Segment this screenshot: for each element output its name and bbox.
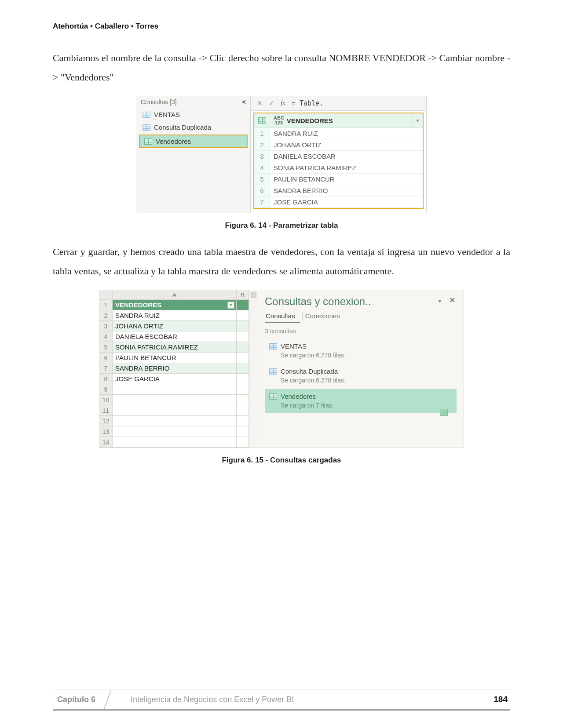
- query-entry[interactable]: VENTASSe cargaron 6.278 filas.: [265, 339, 457, 363]
- formula-bar[interactable]: ✕ ✓ fx = Table.: [251, 96, 426, 111]
- table-row[interactable]: 2JOHANA ORTIZ: [254, 139, 423, 151]
- table-row[interactable]: 11: [99, 405, 249, 416]
- cell-value: SONIA PATRICIA RAMIREZ: [113, 342, 237, 353]
- table-row[interactable]: 14: [99, 437, 249, 448]
- table-row[interactable]: 5PAULIN BETANCUR: [254, 174, 423, 185]
- pane-tabs: Consultas Conexiones: [265, 311, 457, 323]
- cell-value: JOHANA ORTIZ: [270, 139, 423, 151]
- cell-empty: [237, 416, 249, 426]
- datatype-icon[interactable]: ABC 123: [274, 116, 284, 125]
- table-icon: [269, 343, 277, 349]
- cell-value: [113, 405, 237, 416]
- pane-title: Consultas y conexion..: [265, 295, 457, 308]
- figure-power-query: Consultas [3] < VENTASConsulta Duplicada…: [136, 96, 427, 213]
- row-number: 6: [99, 353, 113, 363]
- pane-dropdown-icon[interactable]: ▼: [437, 298, 442, 304]
- cell-value: JOHANA ORTIZ: [113, 321, 237, 331]
- cell-value: DANIELA ESCOBAR: [113, 331, 237, 342]
- row-number: 7: [99, 363, 113, 374]
- cancel-icon[interactable]: ✕: [257, 99, 263, 107]
- paragraph-2: Cerrar y guardar, y hemos creado una tab…: [53, 242, 510, 281]
- data-area: ABC 123 VENDEDORES ▼ 1SANDRA RUIZ2JOHANA…: [253, 113, 424, 209]
- row-number: 13: [99, 426, 113, 437]
- table-row[interactable]: 8JOSE GARCIA: [99, 374, 249, 384]
- cell-value: [113, 426, 237, 437]
- cell-empty: [237, 363, 249, 374]
- table-row[interactable]: 1SANDRA RUIZ: [254, 128, 423, 139]
- row-number: 11: [99, 405, 113, 416]
- table-row[interactable]: 6PAULIN BETANCUR: [99, 353, 249, 363]
- table-row[interactable]: 4SONIA PATRICIA RAMIREZ: [254, 162, 423, 174]
- queries-title-text: Consultas [3]: [141, 98, 177, 106]
- cell-value: [113, 416, 237, 426]
- col-header-b[interactable]: B: [237, 290, 249, 299]
- cell-empty: [237, 342, 249, 353]
- table-row[interactable]: 2SANDRA RUIZ: [99, 310, 249, 321]
- cell-empty: [237, 300, 249, 310]
- query-name: Consulta Duplicada: [154, 124, 211, 131]
- row-number: 2: [254, 139, 270, 151]
- queries-pane-title[interactable]: Consultas [3] <: [136, 96, 250, 108]
- figure-1-caption: Figura 6. 14 - Parametrizar tabla: [53, 221, 510, 230]
- table-row[interactable]: 3JOHANA ORTIZ: [99, 321, 249, 331]
- column-filter-dropdown[interactable]: ▼: [412, 113, 423, 128]
- table-icon: [269, 368, 277, 375]
- table-row[interactable]: 13: [99, 426, 249, 437]
- tab-separator: [302, 312, 303, 320]
- chapter-label: Capítulo 6: [53, 695, 104, 704]
- cell-value: JOSE GARCIA: [270, 197, 423, 208]
- table-row[interactable]: 7JOSE GARCIA: [254, 197, 423, 208]
- cell-empty: [237, 374, 249, 384]
- excel-sheet: A B 1VENDEDORES▼2SANDRA RUIZ3JOHANA ORTI…: [99, 290, 249, 448]
- scrollbar-thumb[interactable]: [251, 292, 256, 298]
- row-number: 12: [99, 416, 113, 426]
- cell-value: [113, 395, 237, 405]
- figure-2-caption: Figura 6. 15 - Consultas cargadas: [53, 456, 510, 465]
- query-item[interactable]: Vendedores: [139, 135, 248, 148]
- cell-empty: [237, 405, 249, 416]
- cell-empty: [237, 353, 249, 363]
- column-name: VENDEDORES: [287, 117, 333, 124]
- row-number: 5: [254, 174, 270, 185]
- fx-icon[interactable]: fx: [281, 99, 285, 107]
- query-name: VENTAS: [154, 111, 180, 118]
- select-all-corner[interactable]: [254, 113, 270, 128]
- query-entry-status: Se cargaron 7 filas.: [281, 402, 452, 409]
- cell-value: SONIA PATRICIA RAMIREZ: [270, 162, 423, 174]
- table-row[interactable]: 6SANDRA BERRIO: [254, 185, 423, 197]
- col-header-a[interactable]: A: [113, 290, 237, 299]
- table-header-row[interactable]: 1VENDEDORES▼: [99, 300, 249, 310]
- page-number: 184: [494, 695, 510, 704]
- query-item[interactable]: Consulta Duplicada: [136, 121, 250, 134]
- filter-dropdown-icon[interactable]: ▼: [227, 302, 234, 309]
- select-all-triangle[interactable]: [99, 290, 113, 299]
- query-entry[interactable]: Consulta DuplicadaSe cargaron 6.278 fila…: [265, 364, 457, 388]
- row-number: 9: [99, 384, 113, 395]
- column-headers: A B: [99, 290, 249, 300]
- table-row[interactable]: 7SANDRA BERRIO: [99, 363, 249, 374]
- tab-consultas[interactable]: Consultas: [265, 311, 300, 323]
- cell-value: VENDEDORES▼: [113, 300, 237, 310]
- query-entry[interactable]: VendedoresSe cargaron 7 filas.: [265, 389, 457, 413]
- row-number: 3: [254, 151, 270, 162]
- query-entry-name: Consulta Duplicada: [281, 368, 338, 375]
- column-header[interactable]: ABC 123 VENDEDORES: [270, 113, 412, 128]
- load-badge-icon: [440, 409, 448, 416]
- paragraph-1: Cambiamos el nombre de la consulta -> Cl…: [53, 48, 510, 87]
- table-row[interactable]: 5SONIA PATRICIA RAMIREZ: [99, 342, 249, 353]
- accept-icon[interactable]: ✓: [269, 99, 274, 107]
- close-icon[interactable]: ✕: [449, 295, 456, 305]
- collapse-chevron-icon[interactable]: <: [242, 98, 246, 106]
- query-name: Vendedores: [156, 138, 191, 145]
- table-row[interactable]: 9: [99, 384, 249, 395]
- query-item[interactable]: VENTAS: [136, 108, 250, 121]
- vertical-scrollbar[interactable]: [249, 290, 258, 448]
- row-number: 7: [254, 197, 270, 208]
- table-row[interactable]: 10: [99, 395, 249, 405]
- data-header: ABC 123 VENDEDORES ▼: [254, 113, 423, 128]
- tab-conexiones[interactable]: Conexiones: [304, 311, 345, 323]
- cell-empty: [237, 437, 249, 448]
- table-row[interactable]: 4DANIELA ESCOBAR: [99, 331, 249, 342]
- table-row[interactable]: 3DANIELA ESCOBAR: [254, 151, 423, 162]
- table-row[interactable]: 12: [99, 416, 249, 426]
